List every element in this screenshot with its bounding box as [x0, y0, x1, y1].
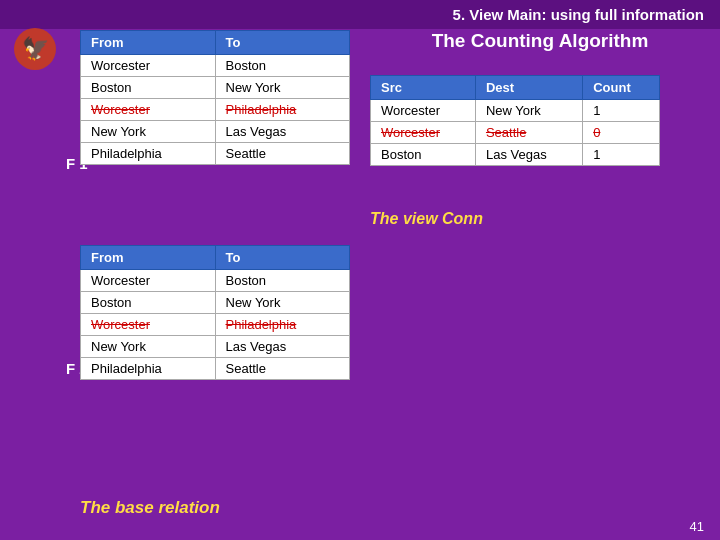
count-table-header-count: Count [583, 76, 660, 100]
count-table-row-src: Worcester [371, 122, 476, 144]
count-table-header-dest: Dest [475, 76, 582, 100]
table1-header-from: From [81, 31, 216, 55]
count-table-row-count: 1 [583, 100, 660, 122]
table2-row-from: Boston [81, 292, 216, 314]
count-table: Src Dest Count WorcesterNew York1Worcest… [370, 75, 660, 166]
table1: From To WorcesterBostonBostonNew YorkWor… [80, 30, 350, 165]
table1-row-from: Worcester [81, 55, 216, 77]
logo: 🦅 [14, 28, 62, 76]
count-table-header-src: Src [371, 76, 476, 100]
base-relation-label: The base relation [80, 498, 220, 518]
table1-header-to: To [215, 31, 350, 55]
table1-container: From To WorcesterBostonBostonNew YorkWor… [80, 30, 350, 165]
table1-row-from: Boston [81, 77, 216, 99]
count-table-container: Src Dest Count WorcesterNew York1Worcest… [370, 75, 660, 166]
top-bar: 5. View Main: using full information [0, 0, 720, 29]
table1-row-to: Boston [215, 55, 350, 77]
table1-row-from: Philadelphia [81, 143, 216, 165]
table2-row-to: Philadelphia [215, 314, 350, 336]
table2-row-to: New York [215, 292, 350, 314]
table2-container: From To WorcesterBostonBostonNew YorkWor… [80, 245, 350, 380]
count-table-row-count: 1 [583, 144, 660, 166]
table2-header-to: To [215, 246, 350, 270]
table1-row-from: New York [81, 121, 216, 143]
page-number: 41 [690, 519, 704, 534]
counting-algo-title: The Counting Algorithm [370, 30, 710, 52]
table1-row-to: Las Vegas [215, 121, 350, 143]
count-table-row-src: Worcester [371, 100, 476, 122]
table2-row-to: Las Vegas [215, 336, 350, 358]
count-table-row-count: 0 [583, 122, 660, 144]
table1-row-to: Philadelphia [215, 99, 350, 121]
table2-row-to: Seattle [215, 358, 350, 380]
count-table-row-dest: New York [475, 100, 582, 122]
table1-row-to: New York [215, 77, 350, 99]
table2-header-from: From [81, 246, 216, 270]
table2: From To WorcesterBostonBostonNew YorkWor… [80, 245, 350, 380]
table2-row-from: New York [81, 336, 216, 358]
view-conn-label: The view Conn [370, 210, 483, 228]
slide-title: 5. View Main: using full information [453, 6, 704, 23]
table1-row-from: Worcester [81, 99, 216, 121]
logo-icon: 🦅 [14, 28, 56, 70]
count-table-row-dest: Seattle [475, 122, 582, 144]
table2-row-from: Worcester [81, 270, 216, 292]
count-table-row-dest: Las Vegas [475, 144, 582, 166]
table1-row-to: Seattle [215, 143, 350, 165]
table2-row-to: Boston [215, 270, 350, 292]
table2-row-from: Philadelphia [81, 358, 216, 380]
count-table-row-src: Boston [371, 144, 476, 166]
table2-row-from: Worcester [81, 314, 216, 336]
